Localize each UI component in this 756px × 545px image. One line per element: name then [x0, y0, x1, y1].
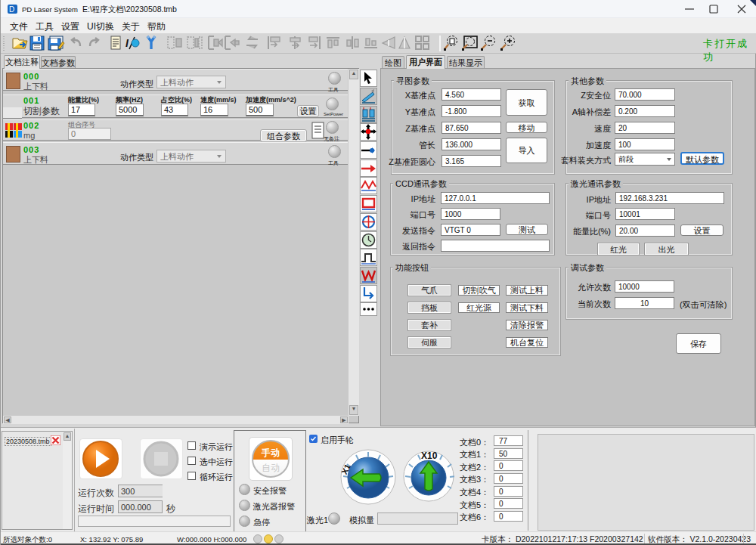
svg-text:自动: 自动 [262, 463, 280, 473]
svg-text:D: D [9, 5, 14, 14]
svg-text:X10: X10 [421, 451, 438, 461]
svg-text:I: I [125, 37, 129, 49]
svg-text:手动: 手动 [261, 447, 280, 458]
